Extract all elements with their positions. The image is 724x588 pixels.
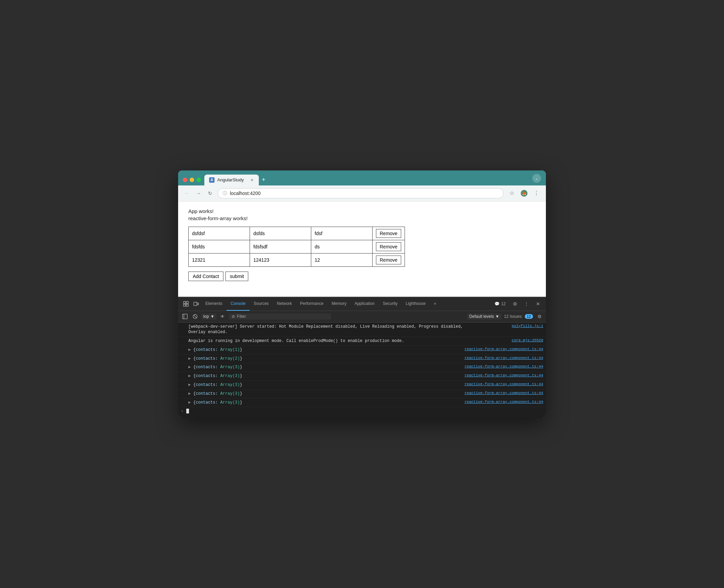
table-cell: ds	[311, 240, 373, 253]
console-line-source[interactable]: polyfills.js:1	[512, 324, 543, 328]
table-row: 1232112412312Remove	[189, 253, 405, 266]
console-line[interactable]: ▶ {contacts: Array(2)}reactive-form-arra…	[178, 355, 546, 363]
console-line: Angular is running in development mode. …	[178, 337, 546, 346]
console-settings-icon[interactable]: ⚙	[536, 313, 543, 320]
console-line[interactable]: ▶ {contacts: Array(3)}reactive-form-arra…	[178, 363, 546, 372]
default-levels-dropdown[interactable]: Default levels ▼	[467, 313, 501, 320]
devtools-tab-security[interactable]: Security	[379, 297, 402, 311]
contacts-table: dsfdsfdsfdsfdsfRemovefdsfdsfdsfsdfdsRemo…	[188, 227, 405, 267]
remove-cell: Remove	[373, 227, 405, 240]
console-line-source[interactable]: reactive-form-array.component.ts:44	[465, 373, 543, 377]
table-cell: 124123	[250, 253, 311, 266]
minimize-traffic-light[interactable]	[190, 178, 194, 182]
devtools-tab-console[interactable]: Console	[226, 297, 250, 311]
url-bar[interactable]: ⓘ localhost:4200	[218, 188, 504, 198]
forward-button[interactable]: →	[194, 189, 203, 197]
table-cell: 12	[311, 253, 373, 266]
devtools-tabs-container: ElementsConsoleSourcesNetworkPerformance…	[201, 297, 440, 311]
issues-num-badge: 12	[525, 314, 533, 319]
devtools-tabs: ElementsConsoleSourcesNetworkPerformance…	[178, 297, 546, 311]
svg-rect-2	[184, 301, 186, 304]
maximize-traffic-light[interactable]	[196, 178, 201, 182]
new-tab-button[interactable]: +	[259, 175, 268, 185]
back-button[interactable]: ←	[183, 189, 191, 197]
remove-cell: Remove	[373, 240, 405, 253]
devtools-more-icon[interactable]: ⋮	[521, 299, 532, 309]
console-line-source[interactable]: reactive-form-array.component.ts:44	[465, 347, 543, 351]
console-line[interactable]: ▶ {contacts: Array(3)}reactive-form-arra…	[178, 398, 546, 407]
browser-window: A AngularStudy × + ⌄ ← → ↻ ⓘ localhost:4…	[178, 170, 546, 418]
context-label: top	[203, 314, 209, 319]
console-toolbar: top ▼ 👁 ⊘ Filter Default levels ▼ 12 Iss…	[178, 311, 546, 323]
devtools-tab-memory[interactable]: Memory	[328, 297, 350, 311]
traffic-lights	[183, 178, 201, 182]
submit-button[interactable]: submit	[225, 272, 248, 281]
devtools-tab-elements[interactable]: Elements	[201, 297, 226, 311]
filter-box[interactable]: ⊘ Filter	[229, 313, 331, 320]
console-line-content: ▶ {contacts: Array(2)}	[188, 356, 461, 362]
table-cell: dsfdsf	[189, 227, 250, 240]
devtools-settings-icon[interactable]: ⚙	[510, 299, 520, 309]
console-line-source[interactable]: reactive-form-array.component.ts:44	[465, 364, 543, 369]
levels-arrow-icon: ▼	[495, 314, 499, 319]
svg-rect-8	[183, 314, 187, 319]
devtools-tab-application[interactable]: Application	[350, 297, 379, 311]
console-prompt-icon: ›	[181, 408, 184, 413]
security-icon: ⓘ	[223, 190, 227, 196]
console-line[interactable]: ▶ {contacts: Array(3)}reactive-form-arra…	[178, 381, 546, 390]
devtools-panel: ElementsConsoleSourcesNetworkPerformance…	[178, 297, 546, 418]
console-sidebar-toggle[interactable]	[181, 312, 189, 321]
bookmark-icon[interactable]: ☆	[507, 189, 517, 198]
console-line-source[interactable]: reactive-form-array.component.ts:44	[465, 391, 543, 395]
console-clear-button[interactable]	[191, 312, 199, 321]
remove-button[interactable]: Remove	[376, 242, 401, 251]
console-line[interactable]: ▶ {contacts: Array(3)}reactive-form-arra…	[178, 372, 546, 381]
table-cell: fdsfsdf	[250, 240, 311, 253]
console-eye-icon[interactable]: 👁	[219, 312, 227, 321]
devtools-inspect-icon[interactable]	[181, 299, 191, 309]
devtools-close-icon[interactable]: ✕	[533, 299, 543, 309]
console-line-content: ▶ {contacts: Array(3)}	[188, 382, 461, 388]
console-line-source[interactable]: reactive-form-array.component.ts:44	[465, 382, 543, 386]
console-line-content: [webpack-dev-server] Server started: Hot…	[188, 324, 508, 336]
console-line-source[interactable]: reactive-form-array.component.ts:44	[465, 400, 543, 404]
remove-button[interactable]: Remove	[376, 229, 401, 238]
console-cursor[interactable]	[186, 408, 189, 413]
devtools-tabs-right: 💬 12 ⚙ ⋮ ✕	[492, 299, 543, 309]
console-toolbar-right: Default levels ▼ 12 Issues: 12 ⚙	[467, 313, 543, 320]
reload-button[interactable]: ↻	[206, 189, 214, 197]
add-contact-button[interactable]: Add Contact	[188, 272, 223, 281]
console-line[interactable]: ▶ {contacts: Array(1)}reactive-form-arra…	[178, 346, 546, 355]
console-line-source[interactable]: reactive-form-array.component.ts:44	[465, 356, 543, 360]
devtools-tab-sources[interactable]: Sources	[250, 297, 273, 311]
console-input-line: ›	[178, 407, 546, 415]
remove-button[interactable]: Remove	[376, 256, 401, 264]
filter-label: Filter	[237, 314, 246, 319]
active-tab[interactable]: A AngularStudy ×	[204, 175, 259, 185]
svg-rect-6	[194, 302, 197, 306]
tab-angular-icon: A	[209, 177, 215, 183]
devtools-tab-more[interactable]: »	[430, 297, 440, 311]
devtools-tab-lighthouse[interactable]: Lighthouse	[402, 297, 430, 311]
console-output: [webpack-dev-server] Server started: Hot…	[178, 323, 546, 418]
tab-close-button[interactable]: ×	[250, 178, 254, 182]
svg-rect-5	[186, 304, 188, 306]
devtools-tab-network[interactable]: Network	[273, 297, 296, 311]
expand-button[interactable]: ⌄	[532, 174, 541, 183]
tab-label: AngularStudy	[217, 177, 247, 182]
title-bar: A AngularStudy × + ⌄	[178, 170, 546, 185]
remove-cell: Remove	[373, 253, 405, 266]
console-line-source[interactable]: core.mjs:25520	[512, 338, 543, 342]
avatar-icon[interactable]: 🦊	[519, 189, 529, 198]
default-levels-label: Default levels	[469, 314, 494, 319]
chrome-menu-icon[interactable]: ⋮	[532, 189, 541, 198]
devtools-tab-performance[interactable]: Performance	[296, 297, 328, 311]
table-cell: 12321	[189, 253, 250, 266]
devtools-device-icon[interactable]	[191, 299, 201, 309]
issues-badge[interactable]: 💬 12	[492, 301, 508, 307]
chat-icon: 💬	[494, 301, 500, 306]
table-cell: fdsfds	[189, 240, 250, 253]
close-traffic-light[interactable]	[183, 178, 187, 182]
context-dropdown[interactable]: top ▼	[201, 313, 217, 320]
console-line[interactable]: ▶ {contacts: Array(3)}reactive-form-arra…	[178, 390, 546, 398]
